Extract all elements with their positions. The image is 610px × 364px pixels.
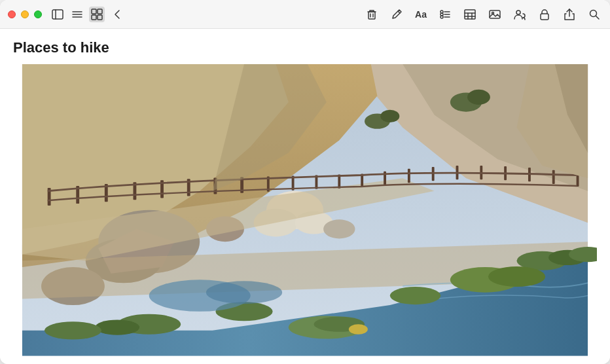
collaborate-icon[interactable] (512, 7, 528, 22)
note-content: Places to hike (0, 29, 610, 364)
svg-rect-70 (552, 170, 555, 184)
svg-point-85 (390, 287, 440, 304)
close-button[interactable] (8, 10, 16, 18)
svg-rect-5 (92, 9, 96, 14)
notes-window: Aa (0, 0, 610, 364)
list-view-icon[interactable] (69, 7, 85, 22)
table-icon[interactable] (462, 7, 478, 22)
svg-rect-19 (465, 10, 475, 19)
svg-line-29 (596, 16, 600, 19)
toolbar-left (50, 7, 126, 22)
svg-rect-64 (408, 169, 410, 183)
search-icon[interactable] (586, 7, 602, 22)
maximize-button[interactable] (34, 10, 42, 18)
svg-point-84 (488, 266, 545, 287)
grid-view-icon[interactable] (89, 7, 105, 22)
note-image (13, 64, 597, 356)
minimize-button[interactable] (21, 10, 29, 18)
svg-rect-27 (541, 14, 548, 20)
svg-point-81 (95, 320, 139, 335)
media-icon[interactable] (487, 7, 503, 22)
svg-point-88 (206, 282, 282, 304)
checklist-icon[interactable] (437, 7, 453, 22)
svg-point-42 (323, 220, 355, 239)
svg-point-26 (516, 10, 520, 14)
compose-icon[interactable] (389, 7, 404, 22)
traffic-lights (8, 10, 42, 18)
svg-rect-7 (92, 15, 96, 20)
format-text-icon[interactable]: Aa (414, 7, 428, 22)
sidebar-toggle-icon[interactable] (50, 7, 65, 22)
share-icon[interactable] (562, 7, 577, 22)
svg-rect-8 (98, 15, 102, 20)
svg-point-82 (45, 322, 101, 340)
toolbar-right: Aa (364, 7, 602, 22)
svg-point-79 (349, 325, 368, 335)
note-image-container (13, 64, 597, 356)
svg-point-45 (380, 110, 399, 122)
delete-icon[interactable] (364, 7, 380, 22)
svg-point-17 (440, 16, 443, 18)
svg-line-12 (398, 11, 400, 13)
lock-icon[interactable] (537, 7, 552, 22)
note-title: Places to hike (13, 39, 597, 56)
back-button[interactable] (110, 7, 126, 22)
svg-rect-9 (368, 12, 375, 19)
svg-rect-24 (490, 10, 500, 18)
titlebar: Aa (0, 0, 610, 29)
svg-rect-6 (98, 9, 102, 14)
svg-rect-0 (52, 10, 63, 19)
svg-point-47 (467, 90, 490, 105)
